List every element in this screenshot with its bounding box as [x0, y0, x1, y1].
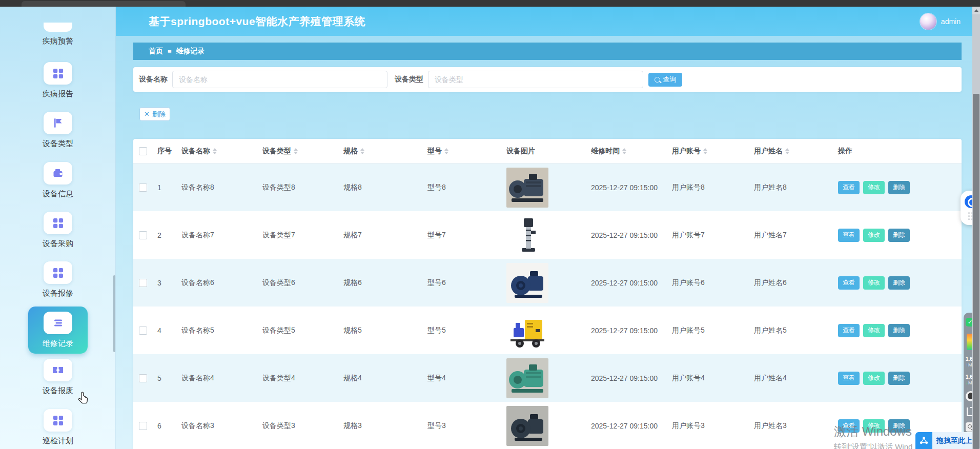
- avatar[interactable]: [920, 13, 936, 30]
- breadcrumb-current: 维修记录: [176, 47, 205, 56]
- sidebar-item-device-type[interactable]: 设备类型: [0, 112, 116, 149]
- column-header[interactable]: 用户账号: [666, 139, 748, 164]
- sidebar-item-device-purchase[interactable]: 设备采购: [0, 212, 116, 249]
- cell-account: 用户账号5: [666, 307, 748, 354]
- cell-actions: 查看修改删除: [832, 307, 962, 354]
- column-header[interactable]: 用户姓名: [748, 139, 832, 164]
- sidebar-item-device-info[interactable]: 设备信息: [0, 162, 116, 199]
- cell-seq: 1: [152, 164, 176, 212]
- edit-button[interactable]: 修改: [863, 276, 885, 290]
- cell-name: 设备名称8: [176, 164, 257, 212]
- cell-type: 设备类型7: [257, 211, 338, 259]
- sort-caret-icon[interactable]: [703, 148, 707, 154]
- device-image[interactable]: [506, 168, 548, 208]
- breadcrumb-home[interactable]: 首页: [149, 47, 163, 56]
- sidebar-item-device-scrap[interactable]: 设备报废: [0, 359, 116, 396]
- column-header[interactable]: 设备名称: [176, 139, 257, 164]
- netdisk-logo-icon[interactable]: [915, 432, 932, 449]
- cell-seq: 4: [152, 307, 176, 354]
- page-scrollbar[interactable]: [972, 7, 980, 449]
- sidebar-item-disease-warning[interactable]: 疾病预警: [0, 23, 116, 46]
- device-image[interactable]: [506, 215, 548, 255]
- wallet-icon: [44, 162, 72, 185]
- edit-button[interactable]: 修改: [863, 181, 885, 194]
- cell-type: 设备类型5: [257, 307, 338, 354]
- sort-caret-icon[interactable]: [785, 148, 789, 154]
- view-button[interactable]: 查看: [838, 419, 860, 433]
- device-image[interactable]: [506, 358, 548, 398]
- sidebar-item-label: 设备采购: [43, 239, 73, 249]
- edit-button[interactable]: 修改: [863, 372, 885, 385]
- sort-caret-icon[interactable]: [360, 148, 364, 154]
- row-checkbox[interactable]: [139, 231, 147, 239]
- query-button[interactable]: 查询: [648, 73, 682, 87]
- cell-spec: 规格3: [338, 402, 422, 449]
- device-image[interactable]: [506, 406, 548, 446]
- batch-delete-button[interactable]: ✕ 删除: [139, 107, 170, 121]
- cell-actions: 查看修改删除: [832, 354, 962, 402]
- column-header[interactable]: 型号: [422, 139, 501, 164]
- sidebar-item-disease-report[interactable]: 疾病报告: [0, 62, 116, 99]
- delete-button[interactable]: 删除: [888, 181, 910, 194]
- username-label: admin: [941, 17, 961, 26]
- delete-button[interactable]: 删除: [888, 324, 910, 337]
- browser-tab: [22, 1, 186, 7]
- delete-button[interactable]: 删除: [888, 372, 910, 385]
- cell-seq: 3: [152, 259, 176, 307]
- cell-actions: 查看修改删除: [832, 259, 962, 307]
- app-header: 基于springboot+vue智能水产养殖管理系统 admin: [116, 7, 980, 36]
- edit-button[interactable]: 修改: [863, 324, 885, 337]
- view-button[interactable]: 查看: [838, 181, 860, 194]
- scrollbar-thumb[interactable]: [973, 94, 979, 449]
- device-image[interactable]: [506, 263, 548, 303]
- column-header[interactable]: 维修时间: [585, 139, 666, 164]
- table-row: 4设备名称5设备类型5规格5型号52025-12-27 09:15:00用户账号…: [133, 307, 962, 354]
- cell-type: 设备类型4: [257, 354, 338, 402]
- delete-button[interactable]: 删除: [888, 419, 910, 433]
- netdisk-upload-widget[interactable]: 拖拽至此上传: [915, 432, 980, 449]
- breadcrumb: 首页 ≡ 维修记录: [133, 43, 962, 60]
- grid-icon: [44, 212, 72, 234]
- column-header: 操作: [832, 139, 962, 164]
- sort-caret-icon[interactable]: [294, 148, 298, 154]
- sidebar-item-inspection-plan[interactable]: 巡检计划: [0, 409, 116, 446]
- user-menu[interactable]: admin: [920, 13, 961, 30]
- sidebar-item-maintenance-records[interactable]: 维修记录: [28, 307, 88, 354]
- edit-button[interactable]: 修改: [863, 229, 885, 242]
- view-button[interactable]: 查看: [838, 276, 860, 290]
- table-header-row: 序号设备名称设备类型规格型号设备图片维修时间用户账号用户姓名操作: [133, 139, 962, 164]
- sort-caret-icon[interactable]: [622, 148, 626, 154]
- cell-seq: 2: [152, 211, 176, 259]
- row-checkbox[interactable]: [139, 374, 147, 382]
- scrollbar-up-arrow[interactable]: [972, 7, 980, 14]
- column-header[interactable]: 设备类型: [257, 139, 338, 164]
- row-checkbox[interactable]: [139, 326, 147, 335]
- cell-account: 用户账号8: [666, 164, 748, 212]
- sort-caret-icon[interactable]: [444, 148, 448, 154]
- select-all-checkbox[interactable]: [139, 147, 147, 155]
- row-checkbox[interactable]: [139, 422, 147, 430]
- delete-button[interactable]: 删除: [888, 276, 910, 290]
- delete-button[interactable]: 删除: [888, 229, 910, 242]
- cell-time: 2025-12-27 09:15:00: [585, 164, 666, 212]
- sort-caret-icon[interactable]: [213, 148, 217, 154]
- grid-icon: [44, 62, 72, 85]
- flag-icon: [44, 112, 72, 134]
- cell-account: 用户账号7: [666, 211, 748, 259]
- row-checkbox[interactable]: [139, 279, 147, 287]
- view-button[interactable]: 查看: [838, 324, 860, 337]
- view-button[interactable]: 查看: [838, 372, 860, 385]
- row-checkbox[interactable]: [139, 183, 147, 192]
- device-image[interactable]: [506, 311, 548, 351]
- cell-spec: 规格4: [338, 354, 422, 402]
- device-type-input[interactable]: [428, 71, 643, 88]
- search-icon: [655, 77, 660, 83]
- cell-type: 设备类型3: [257, 402, 338, 449]
- cell-spec: 规格8: [338, 164, 422, 212]
- view-button[interactable]: 查看: [838, 229, 860, 242]
- edit-button[interactable]: 修改: [863, 419, 885, 433]
- device-name-input[interactable]: [172, 71, 387, 88]
- column-header[interactable]: 规格: [338, 139, 422, 164]
- sidebar-item-device-repair[interactable]: 设备报修: [0, 261, 116, 298]
- cell-spec: 规格7: [338, 211, 422, 259]
